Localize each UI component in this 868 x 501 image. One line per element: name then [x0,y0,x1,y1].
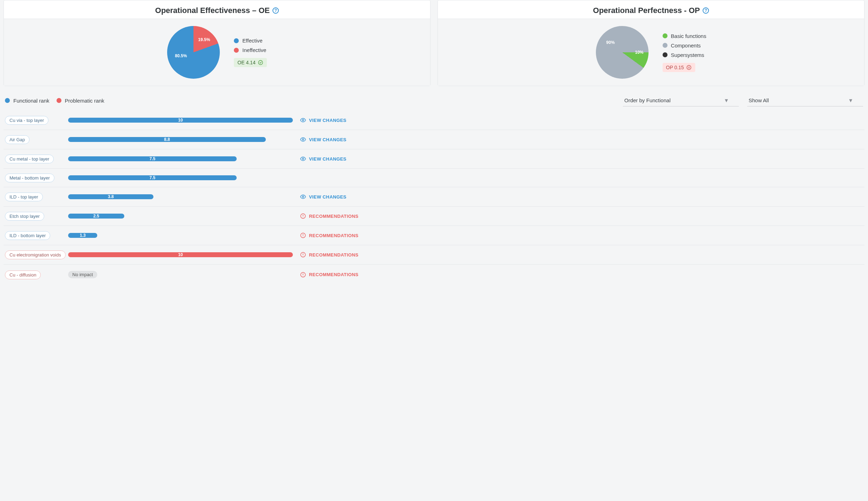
view-changes-button[interactable]: VIEW CHANGES [300,117,347,123]
bar-area: 10 [68,252,293,257]
eye-icon [300,156,306,162]
legend-label: Functional rank [13,98,50,104]
view-changes-button[interactable]: VIEW CHANGES [300,194,347,200]
recommendations-button[interactable]: RECOMMENDATIONS [300,232,359,239]
rank-row: Cu - diffusionNo impactRECOMMENDATIONS [4,265,864,285]
view-changes-button[interactable]: VIEW CHANGES [300,156,347,162]
rank-row: ILD - bottom layer1.3RECOMMENDATIONS [4,226,864,245]
recommendations-button[interactable]: RECOMMENDATIONS [300,213,359,219]
legend-label: Effective [242,38,262,44]
component-tag[interactable]: Cu via - top layer [5,116,48,125]
legend-item: Components [663,43,701,48]
oe-pie-label-ineffective: 19.5% [198,37,210,42]
oe-card-title: Operational Effectiveness – OE ? [4,0,430,19]
svg-point-4 [302,119,304,121]
bar-area: 10 [68,118,293,123]
action-label: VIEW CHANGES [309,194,347,200]
action-label: VIEW CHANGES [309,118,347,123]
bar-area: 3.8 [68,194,293,199]
rank-row: Etch stop layer2.5RECOMMENDATIONS [4,207,864,226]
svg-point-9 [303,217,303,218]
rank-row: ILD - top layer3.8VIEW CHANGES [4,187,864,207]
svg-point-3 [689,67,690,67]
op-pie-chart: 90% 10% [596,26,649,79]
component-tag[interactable]: Cu electromigration voids [5,250,66,259]
caret-down-icon: ▼ [724,97,729,103]
op-card: Operational Perfectness - OP ? 90% 10% B… [438,0,864,86]
bar-area: No impact [68,271,293,278]
recommendations-button[interactable]: RECOMMENDATIONS [300,272,359,278]
op-badge-text: OP 0.15 [666,65,684,70]
rank-bar: 1.3 [68,233,97,238]
component-tag[interactable]: ILD - top layer [5,193,43,201]
rank-bar: 7.5 [68,156,237,161]
rank-rows: Cu via - top layer10VIEW CHANGESAir Gap8… [4,111,864,285]
order-select-value: Order by Functional [624,97,671,103]
sad-face-icon [686,65,692,70]
rank-row: Cu metal - top layer7.5VIEW CHANGES [4,149,864,169]
rank-bar: 10 [68,118,293,123]
svg-point-6 [302,158,304,160]
rank-row: Air Gap8.8VIEW CHANGES [4,130,864,149]
legend-label: Components [671,43,701,48]
svg-point-2 [688,67,688,67]
bar-area: 8.8 [68,137,293,142]
svg-point-5 [302,139,304,141]
bar-area: 7.5 [68,156,293,161]
legend-item: Effective [234,38,262,44]
component-tag[interactable]: Cu metal - top layer [5,155,54,163]
recommendations-button[interactable]: RECOMMENDATIONS [300,252,359,258]
filter-select-value: Show All [749,97,769,103]
alert-circle-icon [300,232,306,239]
oe-card: Operational Effectiveness – OE ? 19.5% 8… [4,0,430,86]
component-tag[interactable]: Cu - diffusion [5,271,41,279]
action-label: RECOMMENDATIONS [309,272,359,277]
action-label: VIEW CHANGES [309,137,347,142]
legend-item: Supersystems [663,52,704,58]
action-label: VIEW CHANGES [309,156,347,162]
rank-bar: 8.8 [68,137,266,142]
rank-bar: 7.5 [68,175,237,180]
oe-legend: Effective Ineffective OE 4.14 [234,38,267,67]
svg-point-15 [303,275,303,276]
dot-icon [663,43,668,48]
component-tag[interactable]: Metal - bottom layer [5,174,54,182]
rank-row: Metal - bottom layer7.5 [4,169,864,187]
no-impact-chip: No impact [68,271,97,278]
action-label: RECOMMENDATIONS [309,252,359,258]
alert-circle-icon [300,272,306,278]
legend-item: Ineffective [234,47,266,53]
component-tag[interactable]: Air Gap [5,135,29,144]
dot-icon [57,98,61,103]
op-pie-label-basic: 10% [635,50,644,55]
eye-icon [300,136,306,143]
legend-label: Ineffective [242,47,266,53]
action-label: RECOMMENDATIONS [309,214,359,219]
svg-point-11 [303,236,303,237]
oe-pie-chart: 19.5% 80.5% [167,26,220,79]
dot-icon [663,52,668,57]
legend-item: Basic functions [663,33,706,39]
dot-icon [5,98,10,103]
rank-legend: Functional rank Problematic rank [5,98,104,104]
filter-select[interactable]: Show All ▼ [747,95,863,106]
help-icon[interactable]: ? [272,7,279,14]
caret-down-icon: ▼ [848,97,853,103]
component-tag[interactable]: ILD - bottom layer [5,231,50,240]
check-circle-icon [258,60,263,65]
legend-label: Problematic rank [65,98,105,104]
rank-row: Cu via - top layer10VIEW CHANGES [4,111,864,130]
oe-title-text: Operational Effectiveness – OE [155,6,270,15]
component-tag[interactable]: Etch stop layer [5,212,44,221]
eye-icon [300,117,306,123]
alert-circle-icon [300,252,306,258]
order-select[interactable]: Order by Functional ▼ [623,95,739,106]
svg-point-13 [303,256,303,256]
eye-icon [300,194,306,200]
alert-circle-icon [300,213,306,219]
view-changes-button[interactable]: VIEW CHANGES [300,136,347,143]
help-icon[interactable]: ? [703,7,709,14]
bar-area: 2.5 [68,214,293,219]
oe-badge: OE 4.14 [234,58,267,67]
dot-icon [234,48,239,53]
